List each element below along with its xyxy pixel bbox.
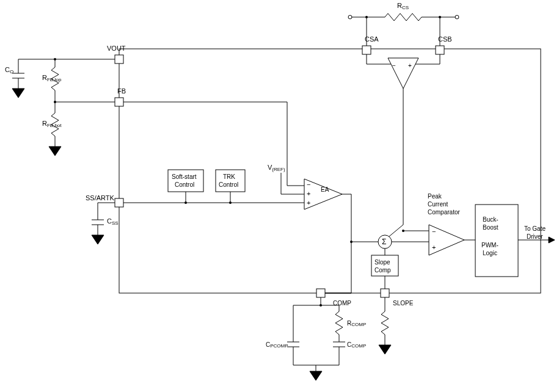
csa-label: CSA (365, 35, 379, 43)
slope-gnd (379, 345, 391, 354)
buckboost1-label: Buck- (483, 216, 499, 223)
buckboost2-label: Boost (483, 224, 499, 231)
co-label: CO (5, 66, 13, 74)
sigma-label: Σ (382, 238, 386, 246)
csb-pin (436, 46, 444, 54)
ea-label: EA (321, 186, 329, 193)
trk-label: TRK (223, 173, 235, 180)
ssartk-label: SS/ARTK (86, 194, 115, 201)
svg-text:Logic: Logic (483, 250, 497, 256)
vout-pin (115, 55, 123, 64)
css-label: CSS (107, 217, 119, 226)
slope-label: SLOPE (393, 300, 414, 307)
cpcomp-label: CPCOMP (266, 341, 288, 349)
rfbtop-label: RFB,top (42, 74, 62, 82)
svg-point-5 (439, 16, 441, 18)
ssartk-pin (115, 198, 123, 207)
rcomp-label: RCOMP (347, 320, 366, 327)
csa-pin (362, 46, 371, 54)
fb-pin (115, 98, 123, 106)
togate-label2: Driver (527, 233, 543, 240)
css-gnd (92, 235, 104, 244)
peak-label1: Peak (428, 193, 442, 200)
vout-label: VOUT (107, 45, 126, 52)
rfbbot-gnd (49, 147, 61, 156)
svg-point-38 (229, 201, 232, 204)
svg-point-35 (185, 201, 187, 204)
slopecomp-label2: Comp (374, 267, 391, 274)
ccomp-label: CCOMP (347, 341, 366, 349)
csb-label: CSB (438, 35, 452, 43)
csa-plus: + (408, 62, 412, 69)
peak-label3: Comparator (428, 209, 460, 216)
comp-gnd (310, 371, 322, 380)
softstart-label: Soft-start (172, 173, 197, 180)
pwm-label: PWM- (481, 242, 499, 249)
peak-label2: Current (428, 201, 448, 208)
ea-minus: − (307, 181, 310, 188)
svg-text:−: − (432, 228, 436, 235)
svg-text:Control: Control (219, 181, 238, 188)
slope-pin (381, 289, 389, 297)
rfbbot-label: RFB,bot (42, 120, 62, 128)
svg-text:+: + (432, 244, 436, 251)
rcs-right-terminal (455, 15, 459, 19)
svg-text:Control: Control (175, 181, 194, 188)
rcs-label: RCS (397, 2, 409, 10)
ea-plus2: + (307, 199, 310, 206)
togate-label1: To Gate (524, 225, 546, 232)
gate-arrow (549, 237, 555, 243)
vref-label: V(REF) (268, 164, 285, 172)
svg-line-46 (389, 225, 403, 237)
rcs-left-terminal (348, 15, 352, 19)
ea-plus1: + (307, 190, 310, 197)
comp-pin (316, 289, 325, 297)
co-gnd (12, 89, 24, 98)
slopecomp-label1: Slope (374, 259, 390, 266)
svg-point-52 (402, 230, 404, 232)
svg-point-3 (365, 16, 368, 18)
fb-label: FB (117, 87, 126, 95)
csa-minus: − (392, 62, 396, 69)
